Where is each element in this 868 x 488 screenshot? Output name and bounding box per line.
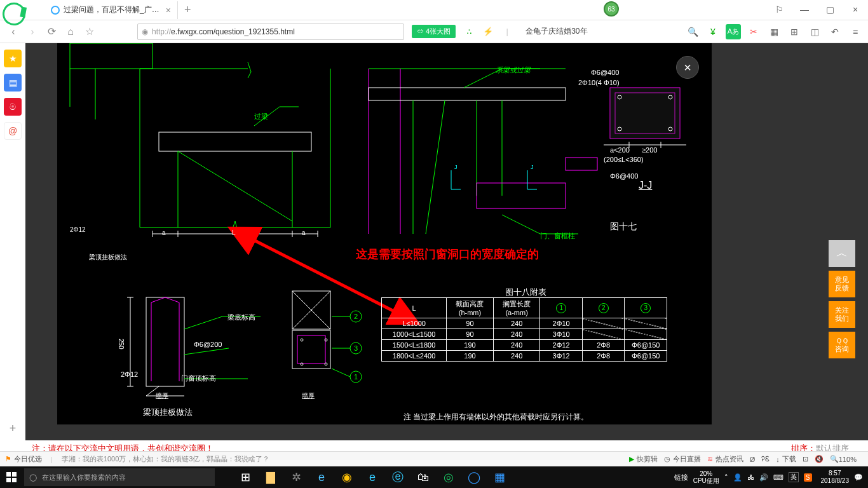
360browser-icon[interactable]: ◎	[437, 466, 460, 488]
edge-icon[interactable]: e	[361, 466, 384, 488]
undo-icon[interactable]: ↶	[827, 24, 843, 39]
store-icon[interactable]: 🛍	[412, 466, 435, 488]
window-close-icon[interactable]: ×	[843, 0, 868, 19]
play-icon: ▶	[629, 455, 634, 463]
url-host: e.fwxgx.com/question_1921355.html	[171, 27, 295, 36]
translate-icon[interactable]: Aあ	[726, 24, 741, 39]
start-button[interactable]	[0, 466, 23, 488]
label-stirrup2: Φ6@400	[610, 172, 638, 180]
at-icon[interactable]: @	[4, 122, 22, 140]
app-grid-icon[interactable]: ▦	[488, 466, 511, 488]
today-select[interactable]: ⚑今日优选	[5, 454, 42, 464]
wallet-icon[interactable]: ¥	[705, 24, 721, 39]
th-L: L	[382, 298, 447, 318]
game-icon[interactable]: ᎮᏋ	[761, 455, 770, 463]
volume-icon[interactable]: 🔊	[759, 473, 768, 482]
browser-logo	[3, 3, 28, 28]
browser-tab[interactable]: 过梁问题，百思不得解_广联达服 ×	[44, 1, 178, 19]
svg-rect-46	[146, 297, 184, 386]
window-minimize-icon[interactable]: —	[792, 0, 817, 19]
label-lintel: 过梁	[254, 112, 268, 121]
notification-badge[interactable]: 63	[604, 1, 619, 17]
grid-icon[interactable]: ⊞	[787, 24, 802, 39]
flash-icon[interactable]: ⚡	[482, 26, 494, 37]
feedback-button[interactable]: 意见 反馈	[829, 271, 855, 297]
pip-icon[interactable]: ⊡	[803, 455, 808, 463]
qq-button[interactable]: ＱＱ 咨询	[829, 332, 855, 358]
share-icon[interactable]: ⛬	[463, 26, 475, 37]
taskbar-search[interactable]: ◯ 在这里输入你要搜索的内容	[24, 468, 215, 486]
download[interactable]: ↓下载	[776, 454, 796, 464]
svg-rect-77	[6, 472, 11, 477]
label-door-top: 门窗顶标高	[181, 374, 216, 383]
today-live[interactable]: ◷今日直播	[664, 454, 701, 464]
table-title: 图十八附表	[505, 287, 546, 298]
new-tab-button[interactable]: +	[184, 3, 191, 17]
news-icon[interactable]: ▤	[4, 74, 22, 92]
cad-drawing-image: 2 3 1 过梁 系梁或过梁 门、窗框柱 Φ6@400	[57, 43, 712, 424]
follow-button[interactable]: 关注 我们	[829, 301, 855, 328]
app-yellow-icon[interactable]: ◉	[336, 466, 358, 488]
mute-icon[interactable]: 🔇	[815, 455, 824, 463]
lintel-table: L 截面高度 (h-mm) 搁置长度 (a-mm) 1 2 3 L≤100090…	[381, 297, 667, 362]
window-controls: ⚐ — ▢ ×	[766, 0, 868, 19]
label-j2: J	[531, 164, 534, 170]
image-close-button[interactable]: ×	[676, 56, 699, 79]
svg-rect-78	[12, 472, 17, 477]
block-icon[interactable]: Ø	[750, 456, 756, 463]
ime-lang[interactable]: 英	[789, 472, 799, 482]
window-pin-icon[interactable]: ⚐	[766, 0, 792, 19]
explorer-icon[interactable]: ▇	[259, 466, 282, 488]
th-3: 3	[625, 298, 667, 318]
link-label[interactable]: 链接	[674, 473, 688, 482]
news-headline[interactable]: 李湘：我的表1000万，林心如：我的项链3亿，郭晶晶：我说啥了？	[62, 454, 270, 464]
ie-icon[interactable]: ⓔ	[386, 466, 409, 488]
label-beam-bottom: 梁底标高	[227, 313, 255, 322]
network-icon[interactable]: 🖧	[747, 473, 754, 481]
ime-sogou-icon[interactable]: S	[804, 473, 812, 482]
headline-text[interactable]: 金龟子庆结婚30年	[526, 26, 587, 37]
quick-edit[interactable]: ▶快剪辑	[629, 454, 658, 464]
ime-keyboard-icon[interactable]: ⌨	[773, 473, 783, 482]
svg-rect-79	[6, 478, 11, 482]
label-250: 250	[118, 339, 125, 349]
sidebar-add-icon[interactable]: +	[10, 422, 17, 435]
menu-icon[interactable]: ≡	[848, 24, 863, 39]
tray-up-icon[interactable]: ˄	[724, 473, 728, 482]
label-wall-thk1: 墙厚	[156, 391, 168, 400]
label-method: 梁顶挂板做法	[143, 407, 193, 418]
tab-close-icon[interactable]: ×	[166, 5, 171, 15]
dim-L: L	[232, 229, 236, 236]
svg-line-29	[502, 215, 540, 234]
nav-reload-icon[interactable]: ⟳	[42, 22, 61, 41]
taskview-icon[interactable]: ⊞	[234, 466, 257, 488]
zoom-level[interactable]: 🔍 110%	[830, 455, 857, 463]
clock[interactable]: 8:572018/8/23	[821, 470, 850, 485]
hot-news[interactable]: ≋热点资讯	[707, 454, 743, 464]
extension-icon[interactable]: ▦	[766, 24, 782, 39]
label-6at200: Φ6@200	[194, 341, 222, 348]
sidebar-icon[interactable]: ◫	[807, 24, 822, 39]
window-maximize-icon[interactable]: ▢	[817, 0, 843, 19]
favorites-icon[interactable]: ★	[4, 50, 22, 67]
search-placeholder: 在这里输入你要搜索的内容	[42, 473, 126, 482]
weibo-icon[interactable]: ම	[4, 98, 22, 116]
url-input[interactable]: ◉ http://e.fwxgx.com/question_1921355.ht…	[137, 24, 404, 40]
nav-home-icon[interactable]: ⌂	[61, 22, 80, 41]
big-image-button[interactable]: ⇔ 4张大图	[412, 25, 456, 38]
svg-point-61	[301, 339, 303, 341]
notifications-icon[interactable]: 💬	[854, 473, 863, 482]
nav-star-icon[interactable]: ☆	[80, 22, 99, 41]
cpu-monitor[interactable]: 20%CPU使用	[693, 470, 719, 484]
people-icon[interactable]: 👤	[733, 473, 742, 482]
search-icon[interactable]: 🔍	[685, 24, 700, 39]
scissors-icon[interactable]: ✂	[746, 24, 761, 39]
taskbar-tray: 链接 20%CPU使用 ˄ 👤 🖧 🔊 ⌨ 英 S 8:572018/8/23 …	[674, 470, 868, 485]
edge-legacy-icon[interactable]: e	[310, 466, 333, 488]
app-blue-icon[interactable]: ◯	[463, 466, 485, 488]
th-1: 1	[540, 298, 583, 318]
scroll-top-button[interactable]: ︿	[829, 240, 855, 267]
taskbar-apps: ⊞ ▇ ✲ e ◉ e ⓔ 🛍 ◎ ◯ ▦	[234, 466, 511, 488]
app-swirl-icon[interactable]: ✲	[285, 466, 308, 488]
th-2: 2	[582, 298, 625, 318]
